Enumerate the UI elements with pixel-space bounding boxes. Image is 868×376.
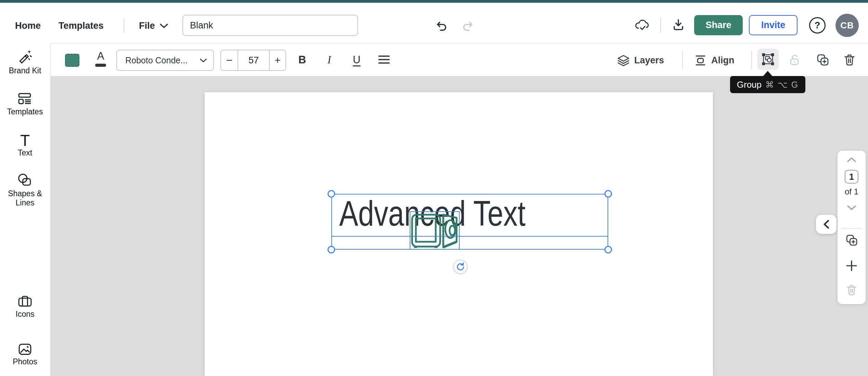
font-size-decrease-button[interactable]: − [221,50,238,70]
copy-plus-icon [817,54,829,66]
collapse-panel-button[interactable] [816,215,837,234]
trash-icon [843,54,856,66]
trash-icon [846,284,857,296]
color-swatch[interactable] [65,54,79,67]
invite-button[interactable]: Invite [749,15,797,35]
sidebar-item-templates[interactable]: Templates [0,92,50,116]
download-icon [672,18,685,31]
panel-divider [841,228,862,229]
align-label: Align [711,55,735,66]
chevron-down-icon [847,205,856,211]
sidebar-item-label: Icons [0,310,50,319]
sidebar-item-brand-kit[interactable]: Brand Kit [0,49,50,75]
align-icon [694,54,707,66]
copy-plus-icon [846,234,858,246]
layers-button[interactable]: Layers [617,52,664,68]
text-color-button[interactable]: A [93,50,108,71]
avatar[interactable]: CB [835,14,859,37]
download-button[interactable] [670,16,687,33]
file-menu[interactable]: File [139,21,155,31]
header-divider-2 [660,18,661,33]
sidebar-item-text[interactable]: T Text [0,133,50,158]
text-t-icon: T [20,133,30,148]
top-accent-bar [0,0,868,3]
duplicate-button[interactable] [815,52,831,68]
font-size-stepper: − 57 + [220,50,286,71]
design-canvas[interactable]: Advanced Text Group ⌘ ⌥ G [51,76,868,376]
templates-link[interactable]: Templates [59,21,104,31]
cloud-check-icon [634,18,649,32]
delete-page-button[interactable] [838,284,866,296]
current-page-number: 1 [849,172,854,182]
sidebar-item-photos[interactable]: Photos [0,343,50,366]
group-icon [762,53,775,66]
invite-button-label: Invite [761,20,786,30]
briefcase-icon [0,294,50,308]
sidebar-item-label: Shapes & Lines [0,189,50,208]
share-button[interactable]: Share [694,15,743,35]
text-color-bar [95,64,106,67]
text-align-icon [378,54,390,65]
resize-handle-top-left[interactable] [328,190,335,198]
duplicate-page-button[interactable] [838,234,866,246]
help-icon: ? [815,20,820,31]
lock-button[interactable] [786,52,803,68]
toolbar-divider [751,51,752,69]
selection-child-box[interactable] [410,211,460,250]
magic-wand-icon [0,49,50,65]
chevron-up-icon [847,157,856,163]
add-page-button[interactable] [838,260,866,272]
font-size-value[interactable]: 57 [238,50,270,70]
bold-button[interactable]: B [294,52,310,68]
font-size-increase-button[interactable]: + [270,50,285,70]
font-family-select[interactable]: Roboto Conde... [116,50,214,71]
resize-handle-bottom-right[interactable] [604,246,612,253]
resize-handle-top-right[interactable] [604,190,612,198]
redo-button[interactable] [460,18,475,33]
cloud-sync-button[interactable] [634,16,650,33]
page-count-label: of 1 [838,187,866,197]
rotate-icon [456,262,465,271]
chevron-down-icon [200,58,207,63]
home-link[interactable]: Home [15,21,41,31]
help-button[interactable]: ? [809,17,826,34]
layers-icon [617,54,630,66]
selection-inner-divider [331,236,608,237]
sidebar-item-icons[interactable]: Icons [0,294,50,319]
file-menu-label: File [139,21,155,31]
current-page-indicator[interactable]: 1 [845,170,858,184]
toolbar-divider [682,51,683,69]
header: Home Templates File [0,3,868,43]
shapes-icon [0,173,50,188]
undo-icon [435,20,448,31]
lock-open-icon [788,54,801,66]
plus-icon [845,260,858,272]
align-button[interactable]: Align [694,52,735,68]
next-page-button[interactable] [838,205,866,211]
group-tooltip: Group ⌘ ⌥ G [730,76,805,93]
underline-button[interactable]: U [348,52,365,68]
document-title-input[interactable] [182,15,358,36]
tooltip-shortcut: ⌘ ⌥ G [765,80,799,90]
layers-label: Layers [634,55,664,66]
selection-bounding-box[interactable] [331,194,608,250]
sidebar-item-label: Text [0,148,50,158]
undo-button[interactable] [434,18,449,33]
share-button-label: Share [705,20,731,30]
sidebar: Brand Kit Templates T Text [0,43,51,376]
sidebar-item-label: Photos [0,357,50,366]
font-family-value: Roboto Conde... [117,55,200,65]
avatar-initials: CB [840,20,854,31]
text-align-button[interactable] [376,52,392,68]
previous-page-button[interactable] [838,157,866,163]
sidebar-item-shapes-lines[interactable]: Shapes & Lines [0,173,50,208]
photo-icon [0,343,50,355]
delete-button[interactable] [841,52,858,68]
italic-button[interactable]: I [321,52,337,68]
header-divider [124,18,124,33]
text-color-letter: A [93,50,108,62]
group-button[interactable] [757,49,779,70]
rotate-handle[interactable] [453,260,468,274]
chevron-left-icon [823,220,830,229]
resize-handle-bottom-left[interactable] [328,246,335,253]
